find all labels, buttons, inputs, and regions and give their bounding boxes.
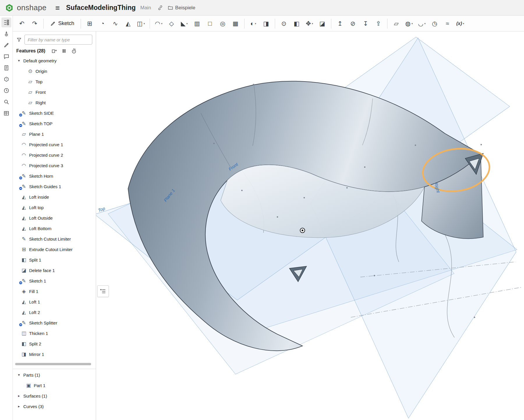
boolean-tool[interactable]: ◐▾ [247,18,259,29]
dropdown-caret-icon[interactable]: ▾ [186,22,188,25]
delete-part-tool[interactable]: ⊘ [347,18,359,29]
mirror-tool[interactable]: ◨ [260,18,272,29]
feature-tree-item[interactable]: ◠Projected curve 1 [13,139,96,150]
parts-group-row[interactable]: ▾ Parts (1) [13,370,96,380]
parts-label: Parts (1) [23,373,40,377]
intersect-tool[interactable]: ⊙ [278,18,290,29]
revolve-tool[interactable]: ◔ [96,18,109,29]
feature-tree-item[interactable]: ◭Loft Outside [13,213,96,223]
help-box-panel-icon[interactable]: ? [1,74,11,84]
dropdown-caret-icon[interactable]: ▾ [463,22,464,25]
feature-tree-item[interactable]: ✎Sketch Cutout Limiter [13,234,96,244]
workspace-label[interactable]: Main [140,5,151,11]
hole-tool[interactable]: ◎ [217,18,229,29]
surfaces-group-row[interactable]: ▸ Surfaces (1) [13,391,96,401]
feature-tree-item[interactable]: ◭Loft inside [13,192,96,202]
feature-tree-item[interactable]: ◠Projected curve 3 [13,160,96,171]
origin-marker[interactable] [300,228,305,233]
feature-tree-item[interactable]: ✎Sketch Horn [13,171,96,181]
undo-button[interactable]: ↶ [16,18,28,29]
delete-face-tool[interactable]: ◪ [316,18,328,29]
transform-tool[interactable]: ✥▾ [303,18,316,29]
feature-tree-item[interactable]: ◠Projected curve 2 [13,150,96,160]
curves-group-row[interactable]: ▸ Curves (3) [13,401,96,412]
sketch-button[interactable]: Sketch [46,18,78,29]
feature-tree-item[interactable]: ✎Sketch TOP [13,118,96,129]
folder-breadcrumb[interactable]: Beispiele [168,5,195,11]
suppress-pause-icon[interactable] [61,48,67,54]
insert-feature-icon[interactable] [51,48,57,54]
tables-panel-icon[interactable] [1,108,11,118]
feature-tree-item[interactable]: ✎Sketch Splitter [13,317,96,328]
draft-tool[interactable]: ◣▾ [178,18,190,29]
export-tool[interactable]: ⇪ [372,18,385,29]
feature-tree-item[interactable]: ▱Front [13,87,96,97]
feature-tree-item[interactable]: ◭Loft Bottom [13,223,96,234]
feature-tree-item[interactable]: ✎Sketch 1 [13,276,96,286]
thicken-tool[interactable]: ◫▾ [135,18,147,29]
share-link-icon[interactable] [157,5,163,10]
dropdown-caret-icon[interactable]: ▾ [161,22,162,25]
notes-panel-icon[interactable] [1,63,11,73]
feature-tree-item[interactable]: ⊙Origin [13,66,96,76]
projected-curve-tool[interactable]: ◡▾ [416,18,428,29]
feature-tree-item[interactable]: ◭Loft top [13,202,96,213]
feature-tree-item[interactable]: ▾Default geometry [13,55,96,66]
search-panel-icon[interactable] [1,97,11,107]
loft-tool[interactable]: ◭ [122,18,134,29]
feature-tree-item[interactable]: ✎Sketch Guides 1 [13,181,96,192]
extrude-tool[interactable]: ⊞ [84,18,96,29]
circular-pattern-tool[interactable]: ◷ [429,18,441,29]
plane-tool[interactable]: ▱ [390,18,402,29]
dropdown-caret-icon[interactable]: ▾ [411,22,413,25]
document-title[interactable]: SufaceModelingThing [66,4,136,12]
feature-tree-item[interactable]: ◧Split 1 [13,255,96,265]
rib-tool[interactable]: ▥ [191,18,203,29]
dropdown-caret-icon[interactable]: ▾ [424,22,426,25]
rollback-stopwatch-icon[interactable] [71,48,77,54]
feature-tree-item[interactable]: ◪Delete face 1 [13,265,96,276]
hamburger-menu-icon[interactable]: ≡ [55,4,60,12]
fillet-tool[interactable]: ◠▾ [153,18,165,29]
feature-tree-item[interactable]: ◈Fill 1 [13,286,96,297]
split-tool[interactable]: ◧ [291,18,303,29]
horizontal-scrollbar[interactable] [15,363,91,365]
mate-connector-panel-icon[interactable] [1,29,11,39]
fit-spline-tool[interactable]: ≈ [441,18,454,29]
redo-button[interactable]: ↷ [29,18,41,29]
filter-input[interactable] [24,35,92,45]
feature-tree-item[interactable]: ◧Split 2 [13,338,96,349]
feature-tree-item[interactable]: ✎Sketch SIDE [13,108,96,118]
chamfer-tool[interactable]: ◇ [165,18,178,29]
feature-tree-item[interactable]: ◨Mirror 1 [13,349,96,359]
dropdown-caret-icon[interactable]: ▾ [144,22,145,25]
panel-toggle-button[interactable] [97,285,109,297]
markup-panel-icon[interactable] [1,40,11,50]
filter-funnel-icon[interactable] [16,37,22,43]
import-tool[interactable]: ↧ [360,18,372,29]
feature-tree-item[interactable]: ▱Plane 1 [13,129,96,139]
dropdown-caret-icon[interactable]: ▾ [312,22,313,25]
intersect-tool-icon: ⊙ [281,20,286,27]
feature-tree-item[interactable]: ◭Loft 2 [13,307,96,317]
part-row[interactable]: ▣ Part 1 [13,380,96,391]
features-panel-icon[interactable] [1,17,11,27]
feature-tree-item[interactable]: ◭Loft 1 [13,297,96,307]
feature-tree-item[interactable]: ▱Top [13,76,96,87]
shell-tool[interactable]: □ [204,18,216,29]
onshape-logo-icon[interactable] [5,3,14,13]
history-panel-icon[interactable] [1,86,11,96]
variable-tool[interactable]: (x)▾ [454,18,466,29]
chevron-down-icon[interactable]: ▾ [17,59,21,63]
feature-tree-item[interactable]: ◫Thicken 1 [13,328,96,338]
linear-pattern-tool[interactable]: ▦ [229,18,242,29]
comments-panel-icon[interactable] [1,52,11,61]
move-face-tool[interactable]: ↥ [334,18,346,29]
feature-tree-item[interactable]: ▱Right [13,97,96,108]
sweep-tool[interactable]: ∿ [109,18,121,29]
viewport[interactable]: Top Plane 1 Front Right [96,31,524,420]
helix-tool[interactable]: ◍▾ [403,18,415,29]
dropdown-caret-icon[interactable]: ▾ [255,22,256,25]
feature-tree-item[interactable]: ⊞Extrude Cutout Limiter [13,244,96,255]
viewport-canvas[interactable]: Top Plane 1 Front Right [96,31,524,420]
